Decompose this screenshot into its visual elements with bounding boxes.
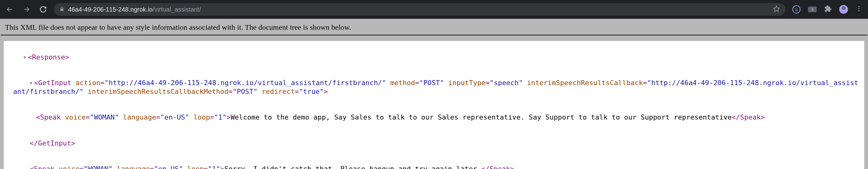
address-bar[interactable]: 46a4-49-206-115-248.ngrok.io/virtual_ass… <box>54 3 785 16</box>
forward-button[interactable] <box>23 5 31 13</box>
speak1-text: Welcome to the demo app, Say Sales to ta… <box>231 113 732 121</box>
kebab-menu-icon[interactable] <box>856 5 862 13</box>
url-text: 46a4-49-206-115-248.ngrok.io/virtual_ass… <box>68 6 769 13</box>
xml-node-getinput-open[interactable]: ▼<GetInput action="http://46a4-49-206-11… <box>13 70 861 105</box>
url-path: /virtual_assistant/ <box>153 6 201 13</box>
xml-node-speak2[interactable]: <Speak voice="WOMAN" language="en-US" lo… <box>13 156 861 169</box>
svg-point-1 <box>858 6 860 7</box>
browser-toolbar: 46a4-49-206-115-248.ngrok.io/virtual_ass… <box>0 0 868 19</box>
xml-tree-panel: ▼<Response> ▼<GetInput action="http://46… <box>4 41 864 169</box>
svg-marker-0 <box>774 6 779 11</box>
svg-point-2 <box>858 8 860 9</box>
reload-button[interactable] <box>39 6 47 13</box>
profile-avatar[interactable] <box>839 5 848 14</box>
svg-point-3 <box>858 10 860 11</box>
bookmark-star-icon[interactable] <box>773 5 780 14</box>
nav-button-group <box>6 5 47 13</box>
xml-node-speak1[interactable]: <Speak voice="WOMAN" language="en-US" lo… <box>20 105 861 131</box>
extensions-puzzle-icon[interactable] <box>824 5 832 14</box>
disclosure-triangle-icon[interactable]: ▼ <box>24 55 28 60</box>
xml-node-getinput-close[interactable]: </GetInput> <box>13 130 861 156</box>
back-button[interactable] <box>6 5 14 13</box>
extension-circle-icon[interactable]: Ic <box>792 5 801 13</box>
lock-icon <box>59 6 64 13</box>
toolbar-right-group: Ic ·1 <box>792 5 862 14</box>
extension-badge-icon[interactable]: ·1 <box>808 6 817 12</box>
xml-node-response-open[interactable]: ▼<Response> <box>7 44 861 70</box>
url-host: 46a4-49-206-115-248.ngrok.io <box>68 6 153 13</box>
speak2-text: Sorry, I didn't catch that. Please hangu… <box>224 165 481 169</box>
disclosure-triangle-icon[interactable]: ▼ <box>30 80 34 86</box>
xml-info-banner: This XML file does not appear to have an… <box>1 19 867 35</box>
